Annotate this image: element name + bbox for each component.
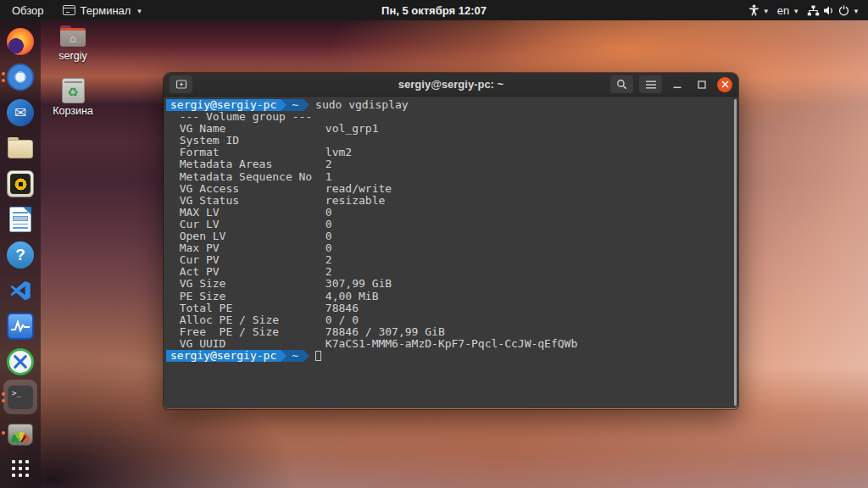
chromium-icon [7, 64, 34, 91]
waveform-icon [7, 313, 34, 340]
prompt-user: sergiy@sergiy-pc [166, 99, 281, 111]
desktop-icon-label: Корзина [53, 105, 93, 117]
terminal-window: sergiy@sergiy-pc: ~ [164, 73, 738, 409]
chevron-down-icon: ▼ [763, 8, 770, 15]
dock-item-rhythmbox[interactable] [0, 166, 41, 202]
app-menu[interactable]: Терминал ▼ [63, 4, 143, 17]
app-menu-label: Терминал [81, 4, 131, 17]
system-menu[interactable]: ▼ [807, 5, 860, 16]
activities-button[interactable]: Обзор [8, 4, 47, 17]
prompt-path: ~ [287, 99, 303, 111]
dock-item-x-client[interactable] [0, 344, 41, 380]
accessibility-icon [748, 4, 760, 16]
terminal-screen[interactable]: sergiy@sergiy-pc ~ sudo vgdisplay --- Vo… [164, 97, 738, 408]
menu-button[interactable] [639, 75, 662, 93]
running-indicator [2, 380, 5, 415]
screen: Обзор Терминал ▼ Пн, 5 октября 12:07 ▼ e… [0, 0, 868, 488]
files-folder-icon [7, 135, 34, 162]
minimize-button[interactable] [668, 75, 687, 93]
window-titlebar[interactable]: sergiy@sergiy-pc: ~ [164, 73, 738, 97]
dock-item-vscode[interactable] [0, 273, 41, 308]
document-icon [9, 207, 31, 232]
dock-item-gauge-app[interactable] [0, 415, 41, 451]
dock-item-thunderbird[interactable]: ✉ [0, 95, 41, 130]
running-indicator [2, 59, 5, 95]
thunderbird-icon: ✉ [7, 99, 34, 126]
hamburger-icon [646, 80, 656, 89]
firefox-icon [7, 28, 34, 55]
dock: ✉ ? [0, 20, 41, 488]
prompt-line-1: sergiy@sergiy-pc ~ sudo vgdisplay [166, 99, 738, 111]
power-icon [838, 5, 849, 16]
new-tab-button[interactable] [170, 75, 192, 93]
terminal-scrollbar[interactable] [734, 99, 737, 406]
new-tab-icon [175, 79, 187, 90]
trash-icon: ♻ [62, 78, 85, 103]
app-grid-icon [12, 460, 29, 477]
chevron-down-icon: ▼ [853, 8, 860, 15]
dock-item-terminal[interactable]: >_ [0, 380, 41, 415]
network-icon [807, 5, 820, 16]
terminal-output: --- Volume group --- VG Name vol_grp1 Sy… [166, 111, 738, 350]
dock-item-chromium[interactable] [0, 59, 41, 95]
desktop-icon-trash[interactable]: ♻ Корзина [42, 78, 103, 117]
terminal-window-icon [63, 5, 75, 15]
prompt-path: ~ [287, 350, 303, 362]
question-mark-icon: ? [7, 241, 34, 269]
keyboard-layout-menu[interactable]: en ▼ [777, 4, 799, 17]
minimize-icon [673, 80, 682, 89]
crossed-arrows-icon [7, 348, 34, 375]
top-bar: Обзор Терминал ▼ Пн, 5 октября 12:07 ▼ e… [0, 0, 868, 20]
dock-item-firefox[interactable] [0, 24, 41, 59]
dock-item-show-applications[interactable] [0, 451, 41, 486]
dock-item-files[interactable] [0, 130, 41, 166]
powerline-arrow-icon [303, 99, 309, 111]
volume-icon [823, 5, 835, 16]
powerline-arrow-icon [281, 350, 287, 362]
terminal-cursor [315, 351, 321, 361]
running-indicator [2, 415, 5, 451]
close-icon [721, 80, 729, 88]
powerline-arrow-icon [303, 350, 309, 362]
search-button[interactable] [610, 75, 633, 93]
dock-item-help[interactable]: ? [0, 237, 41, 273]
command-text: sudo vgdisplay [309, 99, 409, 111]
home-folder-icon: ⌂ [59, 23, 86, 48]
gauge-icon [8, 424, 33, 446]
maximize-icon [698, 80, 706, 89]
chevron-down-icon: ▼ [793, 8, 799, 15]
maximize-button[interactable] [693, 75, 711, 93]
dock-item-libreoffice-writer[interactable] [0, 202, 41, 237]
prompt-user: sergiy@sergiy-pc [166, 350, 281, 362]
vscode-icon [7, 277, 34, 304]
search-icon [616, 79, 627, 90]
prompt-line-2: sergiy@sergiy-pc ~ [166, 350, 738, 362]
speaker-icon [7, 170, 34, 197]
chevron-down-icon: ▼ [136, 8, 142, 15]
desktop-icon-label: sergiy [58, 50, 86, 62]
powerline-arrow-icon [281, 99, 287, 111]
dock-item-system-monitor[interactable] [0, 308, 41, 344]
close-button[interactable] [717, 77, 732, 92]
terminal-icon: >_ [8, 385, 33, 409]
accessibility-menu[interactable]: ▼ [748, 4, 770, 16]
desktop-icon-home[interactable]: ⌂ sergiy [42, 23, 103, 62]
keyboard-layout-label: en [777, 4, 789, 17]
